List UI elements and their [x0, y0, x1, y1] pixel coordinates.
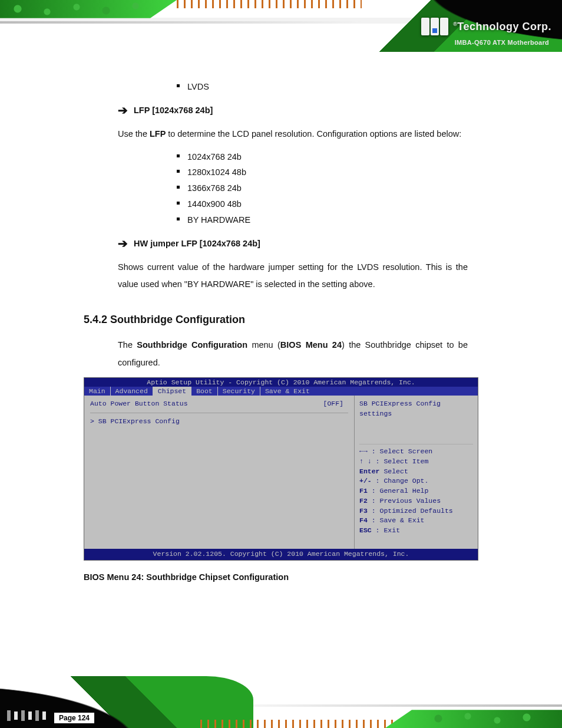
key-desc: Select [380, 467, 408, 475]
bios-title-bar: Aptio Setup Utility - Copyright (C) 2010… [84, 378, 478, 387]
gray-stripe-top [0, 21, 362, 24]
key-desc: : Exit [372, 526, 400, 534]
footer-banner: Page 124 [0, 676, 562, 728]
bios-setting-value: [OFF] [323, 399, 343, 409]
page-content: LVDS ➔ LFP [1024x768 24b] Use the LFP to… [0, 52, 562, 582]
key-desc: : Optimized Defaults [368, 507, 453, 515]
bios-nav-line: +/- : Change Opt. [359, 476, 473, 486]
page-number: Page 124 [54, 713, 94, 723]
divider [90, 413, 348, 413]
key-label: ←→ [359, 447, 368, 455]
list-item: LVDS [177, 79, 468, 95]
bios-menu-tab[interactable]: Boot [191, 387, 217, 396]
list-item: BY HARDWARE [177, 212, 468, 228]
bios-setting-label: Auto Power Button Status [90, 399, 188, 409]
page-strip-icon [7, 710, 46, 721]
bios-menu-tab[interactable]: Save & Exit [260, 387, 315, 396]
hw-jumper-paragraph: Shows current value of the hardware jump… [118, 259, 468, 294]
list-item: 1366x768 24b [177, 180, 468, 196]
bios-caption: BIOS Menu 24: Southbridge Chipset Config… [84, 572, 468, 582]
bios-menu-tab[interactable]: Security [218, 387, 260, 396]
circuit-art-right [385, 676, 562, 728]
logo-icon [421, 18, 448, 35]
key-label: +/- [359, 477, 372, 485]
bios-nav-line: ←→ : Select Screen [359, 447, 473, 457]
bios-nav-line: F2 : Previous Values [359, 496, 473, 506]
lfp-option-list: 1024x768 24b1280x1024 48b1366x768 24b144… [177, 149, 468, 228]
run-bold: LFP [150, 129, 168, 139]
key-label: ESC [359, 526, 372, 534]
brand-logo: ®Technology Corp. [421, 18, 551, 35]
bios-nav-line: F1 : General Help [359, 486, 473, 496]
key-desc: : Change Opt. [372, 477, 429, 485]
option-heading-lfp: ➔ LFP [1024x768 24b] [118, 106, 468, 116]
option-title: HW jumper LFP [1024x768 24b] [134, 239, 260, 248]
bios-nav-line: F3 : Optimized Defaults [359, 506, 473, 516]
option-heading-hwjumper: ➔ HW jumper LFP [1024x768 24b] [118, 239, 468, 249]
key-desc: : General Help [368, 487, 429, 495]
bios-nav-line: Enter Select [359, 467, 473, 477]
bios-nav-help: ←→ : Select Screen↑ ↓ : Select ItemEnter… [359, 447, 473, 535]
run: to determine the LCD panel resolution. C… [168, 129, 461, 139]
bios-menubar: MainAdvancedChipsetBootSecuritySave & Ex… [84, 387, 478, 396]
list-item: 1024x768 24b [177, 149, 468, 165]
product-line: IMBA-Q670 ATX Motherboard [455, 39, 549, 46]
run: Use the [118, 129, 150, 139]
bios-left-pane: Auto Power Button Status [OFF] > SB PCIE… [84, 396, 354, 549]
bios-submenu-item[interactable]: > SB PCIExpress Config [90, 417, 348, 427]
bios-menu-tab[interactable]: Main [84, 387, 110, 396]
top-bullet-list: LVDS [177, 79, 468, 95]
key-label: F1 [359, 487, 368, 495]
bios-setting-row: Auto Power Button Status [OFF] [90, 399, 348, 409]
lfp-paragraph: Use the LFP to determine the LCD panel r… [118, 126, 468, 143]
bios-body: Auto Power Button Status [OFF] > SB PCIE… [84, 396, 478, 549]
bios-nav-line: F4 : Save & Exit [359, 516, 473, 526]
option-title: LFP [1024x768 24b] [134, 106, 213, 115]
header-banner: ®Technology Corp. IMBA-Q670 ATX Motherbo… [0, 0, 562, 52]
brand-text: ®Technology Corp. [453, 21, 551, 33]
key-desc: : Save & Exit [368, 516, 425, 524]
key-label: ↑ ↓ [359, 457, 372, 465]
run: menu ( [247, 340, 280, 350]
key-label: F3 [359, 507, 368, 515]
key-desc: : Select Screen [368, 447, 432, 455]
run: The [118, 340, 137, 350]
bios-nav-line: ↑ ↓ : Select Item [359, 457, 473, 467]
bios-menu-tab[interactable]: Advanced [111, 387, 153, 396]
gray-stripe-bottom [200, 704, 562, 707]
bios-nav-line: ESC : Exit [359, 526, 473, 536]
divider [359, 444, 473, 444]
circuit-art-left [0, 0, 177, 52]
section-heading: 5.4.2 Southbridge Configuration [84, 314, 468, 326]
tick-strip-bottom [200, 720, 397, 728]
arrow-right-icon: ➔ [118, 104, 128, 116]
sb-paragraph: The Southbridge Configuration menu (BIOS… [118, 337, 468, 371]
bios-footer: Version 2.02.1205. Copyright (C) 2010 Am… [84, 549, 478, 560]
bios-help-pane: SB PCIExpress Config settings ←→ : Selec… [354, 396, 478, 549]
key-label: Enter [359, 467, 380, 475]
arrow-right-icon: ➔ [118, 238, 128, 249]
bios-help-text: SB PCIExpress Config settings [359, 399, 473, 442]
bios-menu-tab[interactable]: Chipset [153, 387, 191, 396]
list-item: 1440x900 48b [177, 196, 468, 212]
bios-screenshot: Aptio Setup Utility - Copyright (C) 2010… [84, 377, 478, 561]
list-item: 1280x1024 48b [177, 164, 468, 180]
key-desc: : Previous Values [368, 497, 441, 505]
key-desc: : Select Item [372, 457, 429, 465]
key-label: F2 [359, 497, 368, 505]
key-label: F4 [359, 516, 368, 524]
bios-menu-ref: BIOS Menu 24 [280, 340, 342, 350]
run-bold: Southbridge Configuration [137, 340, 247, 350]
